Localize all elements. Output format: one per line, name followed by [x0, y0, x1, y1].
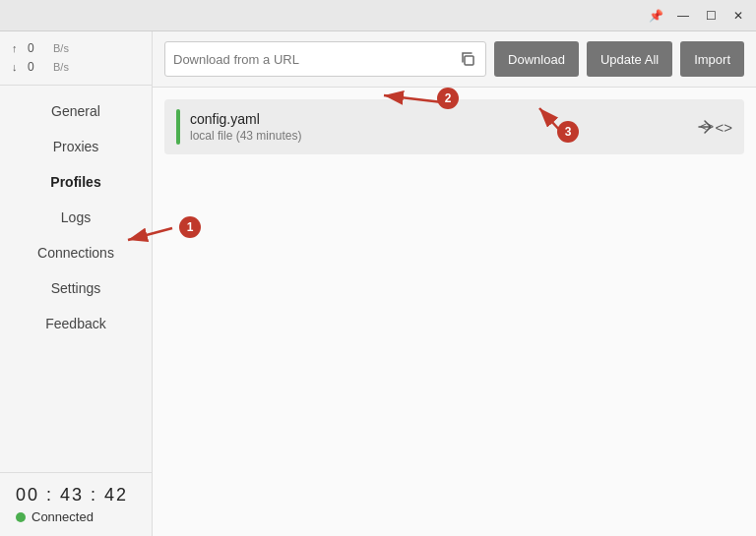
upload-value: 0 — [28, 39, 47, 58]
maximize-button[interactable]: ☐ — [701, 6, 721, 26]
profile-sub: local file (43 minutes) — [190, 129, 685, 143]
sidebar-item-feedback[interactable]: Feedback — [0, 306, 152, 341]
profile-name: config.yaml — [190, 111, 685, 127]
url-input[interactable] — [173, 52, 458, 67]
download-button[interactable]: Download — [494, 41, 579, 77]
svg-rect-0 — [465, 56, 473, 65]
sidebar-item-settings[interactable]: Settings — [0, 270, 152, 306]
minimize-icon: — — [677, 9, 689, 23]
close-icon: ✕ — [733, 9, 743, 23]
download-arrow-icon: ↓ — [12, 59, 22, 77]
title-bar: 📌 — ☐ ✕ — [0, 0, 756, 31]
copy-url-button[interactable] — [458, 49, 477, 69]
toolbar: Download Update All Import — [153, 31, 756, 88]
status-time: 00 : 43 : 42 — [16, 485, 136, 506]
connected-indicator: Connected — [16, 509, 136, 524]
profile-item: config.yaml local file (43 minutes) <> <… — [164, 99, 744, 154]
connected-dot — [16, 512, 26, 522]
profile-info: config.yaml local file (43 minutes) — [190, 111, 685, 143]
download-stat: ↓ 0 B/s — [12, 58, 140, 77]
nav-menu: General Proxies Profiles Logs Connection… — [0, 86, 152, 472]
url-input-wrap[interactable] — [164, 41, 486, 77]
svg-text:<>: <> — [700, 120, 714, 134]
upload-arrow-icon: ↑ — [12, 40, 22, 58]
app-body: ↑ 0 B/s ↓ 0 B/s General Proxies Profiles… — [0, 31, 756, 536]
sidebar-item-profiles[interactable]: Profiles — [0, 164, 152, 200]
upload-unit: B/s — [53, 40, 69, 58]
sidebar-item-proxies[interactable]: Proxies — [0, 129, 152, 164]
sidebar-item-connections[interactable]: Connections — [0, 235, 152, 270]
profile-active-indicator — [176, 109, 180, 145]
main-content: Download Update All Import config.yaml l… — [153, 31, 756, 536]
connection-status: 00 : 43 : 42 Connected — [0, 472, 152, 536]
upload-stat: ↑ 0 B/s — [12, 39, 140, 58]
maximize-icon: ☐ — [706, 9, 717, 23]
download-unit: B/s — [53, 59, 69, 77]
profile-edit-button[interactable]: <> <> — [695, 117, 732, 137]
profile-list: config.yaml local file (43 minutes) <> <… — [153, 88, 756, 536]
connected-label: Connected — [32, 509, 94, 524]
sidebar-item-logs[interactable]: Logs — [0, 200, 152, 235]
pin-button[interactable]: 📌 — [646, 6, 665, 26]
close-button[interactable]: ✕ — [728, 6, 748, 26]
import-button[interactable]: Import — [680, 41, 744, 77]
minimize-button[interactable]: — — [673, 6, 693, 26]
pin-icon: 📌 — [649, 9, 663, 23]
sidebar-item-general[interactable]: General — [0, 93, 152, 129]
download-value: 0 — [28, 58, 47, 77]
sidebar: ↑ 0 B/s ↓ 0 B/s General Proxies Profiles… — [0, 31, 153, 536]
network-stats: ↑ 0 B/s ↓ 0 B/s — [0, 31, 152, 86]
update-all-button[interactable]: Update All — [587, 41, 672, 77]
